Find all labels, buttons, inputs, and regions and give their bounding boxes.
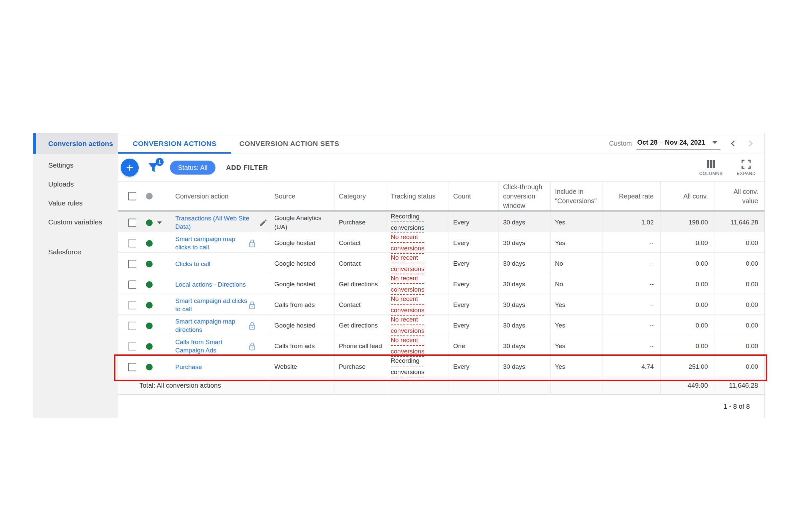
- status-dot-enabled: [146, 343, 153, 350]
- row-checkbox[interactable]: [128, 363, 136, 371]
- status-dot-enabled[interactable]: [146, 220, 153, 226]
- tracking-status-link[interactable]: No recent: [391, 253, 424, 263]
- conversion-action-link[interactable]: Clicks to call: [175, 260, 252, 268]
- source-cell: Google hosted: [270, 253, 334, 275]
- header-repeat-rate[interactable]: Repeat rate: [602, 182, 660, 210]
- status-filter-chip[interactable]: Status: All: [170, 160, 215, 174]
- add-filter-button[interactable]: ADD FILTER: [226, 164, 268, 172]
- repeat-rate-cell: --: [602, 273, 660, 296]
- tracking-status-link[interactable]: conversions: [391, 306, 424, 316]
- chevron-down-icon: [712, 141, 717, 144]
- repeat-rate-cell: 1.02: [602, 211, 660, 234]
- source-cell: Website: [270, 356, 334, 378]
- header-count[interactable]: Count: [449, 182, 498, 210]
- tracking-status-link[interactable]: conversions: [391, 368, 424, 378]
- row-checkbox[interactable]: [128, 301, 136, 309]
- header-category[interactable]: Category: [334, 182, 386, 210]
- count-cell: Every: [449, 232, 498, 254]
- expand-button[interactable]: EXPAND: [737, 159, 756, 176]
- sidebar-item-value-rules[interactable]: Value rules: [33, 193, 118, 212]
- sidebar-item-conversion-actions[interactable]: Conversion actions: [33, 133, 118, 154]
- header-click-through-window[interactable]: Click-through conversion window: [498, 182, 550, 210]
- tracking-status-link[interactable]: Recording: [391, 357, 424, 366]
- date-range-picker[interactable]: Oct 28 – Nov 24, 2021: [636, 137, 721, 150]
- header-source[interactable]: Source: [270, 182, 334, 210]
- row-checkbox[interactable]: [128, 239, 136, 247]
- tracking-status-link[interactable]: conversions: [391, 347, 424, 357]
- tab-conversion-actions[interactable]: CONVERSION ACTIONS: [118, 133, 231, 154]
- pagination-range: 1 - 8 of 8: [723, 403, 750, 410]
- click-through-window-cell: 30 days: [498, 253, 550, 275]
- source-cell: Google hosted: [270, 232, 334, 254]
- count-cell: Every: [449, 294, 498, 316]
- sidebar-divider: [46, 237, 104, 237]
- header-include-in-conversions[interactable]: Include in "Conversions": [550, 182, 602, 210]
- tracking-status-link[interactable]: No recent: [391, 274, 424, 284]
- tracking-status-cell: No recentconversions: [386, 253, 449, 275]
- header-all-conv-value[interactable]: All conv. value: [715, 182, 765, 210]
- tracking-status-link[interactable]: conversions: [391, 285, 424, 295]
- tracking-status-link[interactable]: No recent: [391, 294, 424, 305]
- tracking-status-link[interactable]: conversions: [391, 326, 424, 337]
- chevron-down-icon[interactable]: [157, 222, 162, 224]
- header-tracking-status[interactable]: Tracking status: [386, 182, 449, 210]
- tab-label: CONVERSION ACTIONS: [133, 140, 216, 148]
- toolbar: + 1 Status: All ADD FILTER COLUMNS: [118, 154, 764, 182]
- tracking-status-link[interactable]: conversions: [391, 244, 424, 254]
- conversion-action-link[interactable]: Smart campaign map clicks to call: [175, 235, 252, 252]
- row-checkbox[interactable]: [128, 218, 136, 227]
- tab-conversion-action-sets[interactable]: CONVERSION ACTION SETS: [231, 133, 347, 154]
- all-conv-cell: 0.00: [660, 315, 715, 337]
- filter-icon[interactable]: 1: [147, 162, 159, 174]
- conversion-action-cell: Clicks to call: [118, 253, 270, 275]
- sidebar-item-uploads[interactable]: Uploads: [33, 174, 118, 193]
- tracking-status-cell: No recentconversions: [386, 232, 449, 254]
- row-checkbox[interactable]: [128, 342, 136, 350]
- total-empty-cell: [449, 376, 498, 394]
- all-conv-cell: 0.00: [660, 232, 715, 254]
- total-empty-cell: [550, 376, 602, 394]
- category-cell: Purchase: [334, 356, 386, 378]
- select-all-checkbox[interactable]: [128, 192, 136, 200]
- tracking-status-link[interactable]: conversions: [391, 224, 424, 233]
- category-cell: Contact: [334, 232, 386, 254]
- next-period-button[interactable]: [746, 140, 753, 146]
- columns-icon: [706, 159, 716, 169]
- tracking-status-link[interactable]: No recent: [391, 336, 424, 346]
- conversion-action-link[interactable]: Local actions - Directions: [175, 280, 252, 289]
- tracking-status-link[interactable]: conversions: [391, 265, 424, 274]
- repeat-rate-cell: 4.74: [602, 356, 660, 378]
- conversion-action-link[interactable]: Calls from Smart Campaign Ads: [175, 338, 252, 355]
- row-checkbox[interactable]: [128, 280, 136, 289]
- header-all-conv[interactable]: All conv.: [660, 182, 715, 210]
- status-dot-enabled: [146, 281, 153, 288]
- lock-icon: [248, 342, 256, 351]
- source-cell: Google hosted: [270, 315, 334, 337]
- conversion-action-cell: Smart campaign map directions: [118, 315, 270, 337]
- sidebar-item-label: Uploads: [48, 180, 74, 188]
- sidebar-item-custom-variables[interactable]: Custom variables: [33, 212, 118, 231]
- status-filter-label: Status: All: [178, 164, 208, 172]
- sidebar-item-settings[interactable]: Settings: [33, 156, 118, 174]
- all-conv-cell: 0.00: [660, 335, 715, 358]
- tracking-status-link[interactable]: No recent: [391, 315, 424, 325]
- sidebar-item-salesforce[interactable]: Salesforce: [33, 242, 118, 261]
- row-checkbox[interactable]: [128, 260, 136, 268]
- table-row: Clicks to callGoogle hostedContactNo rec…: [118, 253, 764, 273]
- conversion-action-link[interactable]: Transactions (All Web Site Data): [175, 214, 252, 231]
- conversion-action-link[interactable]: Smart campaign map directions: [175, 317, 252, 334]
- tracking-status-link[interactable]: Recording: [391, 212, 424, 222]
- row-checkbox[interactable]: [128, 322, 136, 330]
- all-conv-value-cell: 0.00: [715, 273, 765, 296]
- all-conv-cell: 0.00: [660, 273, 715, 296]
- include-in-conversions-cell: Yes: [550, 232, 602, 254]
- columns-button[interactable]: COLUMNS: [699, 159, 723, 176]
- tracking-status-link[interactable]: No recent: [391, 233, 424, 243]
- edit-pencil-icon[interactable]: [259, 218, 268, 227]
- conversion-action-link[interactable]: Smart campaign ad clicks to call: [175, 297, 252, 314]
- previous-period-button[interactable]: [731, 140, 737, 146]
- click-through-window-cell: 30 days: [498, 232, 550, 254]
- add-conversion-button[interactable]: +: [121, 158, 139, 176]
- category-cell: Get directions: [334, 273, 386, 296]
- conversion-action-link[interactable]: Purchase: [175, 363, 252, 372]
